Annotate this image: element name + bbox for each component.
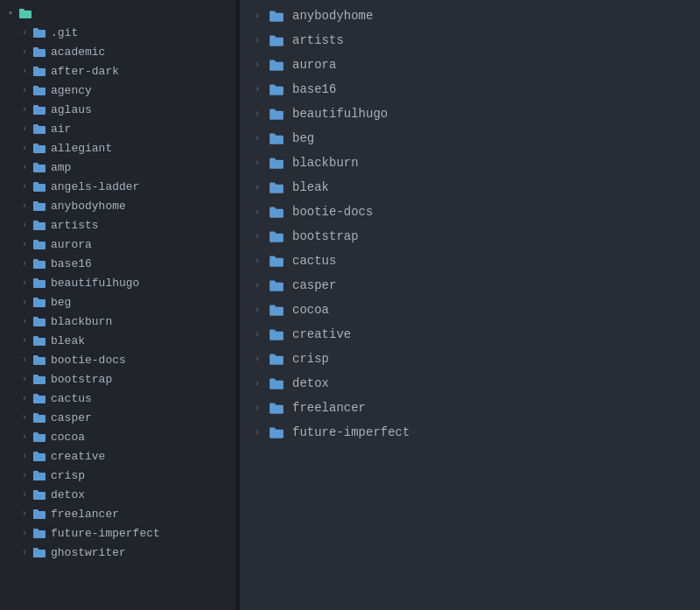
tree-item[interactable]: aglaus — [0, 100, 235, 119]
tree-item-label: aurora — [51, 238, 92, 251]
right-chevron-icon — [250, 352, 264, 366]
tree-item[interactable]: anybodyhome — [0, 196, 235, 215]
folder-icon — [32, 372, 47, 386]
tree-item[interactable]: cocoa — [0, 427, 235, 446]
right-list-item[interactable]: bootstrap — [240, 224, 700, 249]
right-list-item[interactable]: blackburn — [240, 151, 700, 175]
tree-item-label: cactus — [51, 392, 92, 405]
folder-icon — [32, 83, 47, 97]
right-folder-icon — [268, 155, 285, 171]
chevron-icon — [18, 487, 32, 501]
right-chevron-icon — [250, 156, 264, 170]
tree-item[interactable]: ghostwriter — [0, 543, 235, 562]
tree-item-label: amp — [51, 161, 71, 174]
right-chevron-icon — [250, 180, 264, 194]
right-item-label: future-imperfect — [292, 425, 410, 439]
right-folder-icon — [268, 302, 285, 318]
right-list-item[interactable]: casper — [240, 273, 700, 298]
tree-item[interactable]: academic — [0, 42, 235, 61]
tree-item[interactable]: beg — [0, 292, 235, 312]
tree-item[interactable]: beautifulhugo — [0, 273, 235, 292]
tree-item[interactable]: .git — [0, 23, 235, 42]
tree-item[interactable]: bootstrap — [0, 369, 235, 389]
folder-icon — [32, 64, 47, 78]
right-list-item[interactable]: base16 — [240, 77, 700, 102]
tree-item-label: blackburn — [51, 315, 112, 328]
chevron-icon — [18, 25, 32, 39]
chevron-icon — [18, 410, 32, 424]
right-folder-icon — [268, 253, 285, 269]
right-chevron-icon — [250, 425, 264, 439]
tree-item[interactable]: agency — [0, 81, 235, 100]
right-list-item[interactable]: future-imperfect — [240, 420, 700, 445]
right-folder-icon — [268, 8, 285, 24]
folder-icon — [32, 468, 47, 482]
tree-item-label: angels-ladder — [51, 180, 139, 193]
tree-item[interactable]: future-imperfect — [0, 523, 235, 543]
tree-item[interactable]: blackburn — [0, 312, 235, 331]
right-list-item[interactable]: crisp — [240, 347, 700, 371]
right-list-item[interactable]: creative — [240, 322, 700, 347]
right-list-item[interactable]: artists — [240, 28, 700, 53]
right-list-item[interactable]: detox — [240, 371, 700, 396]
tree-item[interactable]: amp — [0, 158, 235, 177]
right-list-item[interactable]: beautifulhugo — [240, 102, 700, 126]
right-list-item[interactable]: aurora — [240, 53, 700, 77]
tree-item-label: allegiant — [51, 142, 112, 155]
right-list-item[interactable]: cocoa — [240, 298, 700, 322]
right-list-item[interactable]: cactus — [240, 249, 700, 273]
right-file-list[interactable]: anybodyhomeartistsaurorabase16beautifulh… — [240, 0, 700, 610]
chevron-icon — [18, 122, 32, 136]
folder-icon — [32, 179, 47, 193]
tree-item[interactable]: freelancer — [0, 504, 235, 523]
right-folder-icon — [268, 204, 285, 220]
tree-item-label: cocoa — [51, 431, 85, 444]
tree-item-label: bleak — [51, 334, 85, 347]
tree-item-label: artists — [51, 219, 99, 232]
tree-item[interactable]: allegiant — [0, 138, 235, 158]
right-item-label: cactus — [292, 254, 336, 268]
tree-item[interactable]: air — [0, 119, 235, 138]
chevron-icon — [18, 430, 32, 444]
right-chevron-icon — [250, 254, 264, 268]
right-list-item[interactable]: bleak — [240, 175, 700, 200]
tree-item[interactable]: bootie-docs — [0, 350, 235, 369]
tree-item-label: beg — [51, 296, 71, 309]
right-list-item[interactable]: bootie-docs — [240, 200, 700, 224]
tree-item[interactable]: after-dark — [0, 61, 235, 81]
tree-item[interactable]: crisp — [0, 466, 235, 485]
tree-item[interactable]: artists — [0, 215, 235, 235]
right-chevron-icon — [250, 278, 264, 292]
tree-item[interactable]: detox — [0, 485, 235, 504]
right-item-label: bootie-docs — [292, 205, 373, 219]
right-list-item[interactable]: beg — [240, 126, 700, 151]
chevron-icon — [18, 160, 32, 174]
folder-icon — [32, 237, 47, 251]
right-item-label: creative — [292, 327, 351, 341]
tree-item[interactable]: angels-ladder — [0, 177, 235, 196]
tree-item-label: bootstrap — [51, 373, 112, 386]
tree-item-label: base16 — [51, 257, 92, 270]
right-list-item[interactable]: anybodyhome — [240, 4, 700, 28]
tree-item[interactable]: bleak — [0, 331, 235, 350]
tree-item[interactable]: base16 — [0, 254, 235, 273]
right-chevron-icon — [250, 82, 264, 96]
folder-icon — [32, 410, 47, 424]
tree-root-item[interactable] — [0, 4, 235, 23]
chevron-icon — [18, 83, 32, 97]
right-item-label: blackburn — [292, 156, 359, 170]
tree-item[interactable]: creative — [0, 446, 235, 466]
folder-icon — [32, 333, 47, 347]
chevron-icon — [18, 64, 32, 78]
right-folder-icon — [268, 228, 285, 244]
folder-icon — [32, 487, 47, 501]
chevron-icon — [18, 526, 32, 540]
chevron-icon — [18, 468, 32, 482]
right-item-label: anybodyhome — [292, 9, 373, 23]
tree-item[interactable]: cactus — [0, 389, 235, 408]
left-file-tree[interactable]: .gitacademicafter-darkagencyaglausairall… — [0, 0, 236, 610]
tree-item[interactable]: casper — [0, 408, 235, 427]
tree-item[interactable]: aurora — [0, 235, 235, 254]
folder-icon — [32, 295, 47, 309]
right-list-item[interactable]: freelancer — [240, 396, 700, 420]
